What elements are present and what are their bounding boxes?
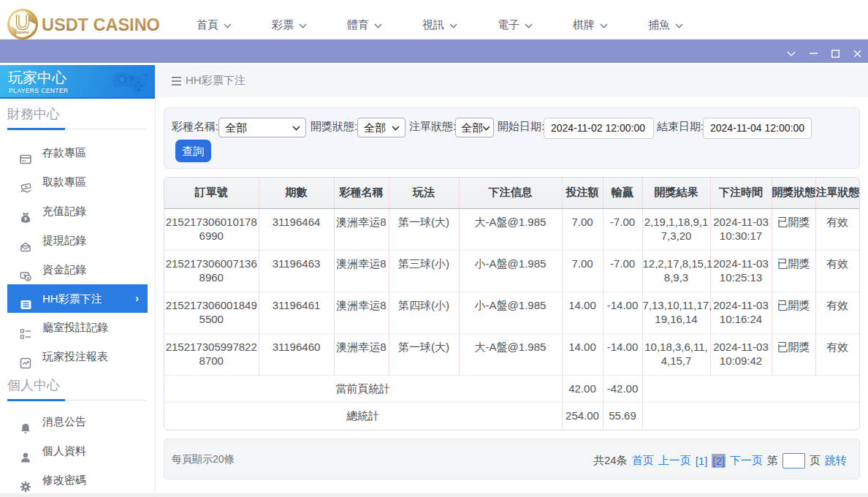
- svg-text:¥: ¥: [24, 216, 27, 221]
- svg-text:USDT CASINO: USDT CASINO: [42, 15, 160, 34]
- svg-text:casino: casino: [16, 30, 29, 34]
